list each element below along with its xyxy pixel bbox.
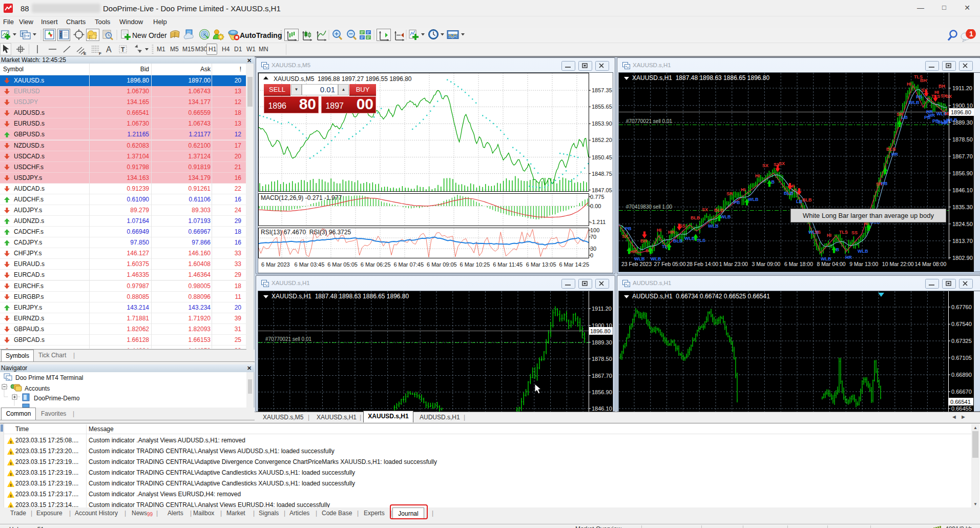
svg-text:SS: SS [815,230,821,235]
svg-text:PB: PB [916,94,923,99]
svg-text:0.66890: 0.66890 [951,372,972,378]
svg-text:WLB: WLB [684,236,695,241]
svg-text:AUDUSD.s,H1 0.66734 0.66742 0: AUDUSD.s,H1 0.66734 0.66742 0.66525 0.66… [632,293,770,300]
svg-text:HR: HR [630,249,637,254]
svg-text:6 Mar 07:45: 6 Mar 07:45 [393,261,424,268]
svg-text:F: F [99,51,101,56]
svg-text:27 Feb 05:00: 27 Feb 05:00 [654,261,686,267]
svg-text:#70770021 sell 0.01: #70770021 sell 0.01 [265,336,312,342]
svg-text:1896.80: 1896.80 [590,328,611,334]
svg-text:PB: PB [625,226,632,231]
svg-text:SR: SR [726,191,733,196]
svg-text:6 Mar 18:00: 6 Mar 18:00 [784,261,813,267]
svg-text:0.67105: 0.67105 [951,355,972,361]
svg-text:1802.90: 1802.90 [952,255,973,261]
svg-text:HI: HI [934,90,939,95]
svg-text:6 Mar 05:05: 6 Mar 05:05 [327,261,358,268]
svg-text:30: 30 [590,246,596,252]
svg-text:HR: HR [668,230,675,235]
svg-text:PB: PB [881,181,888,186]
svg-text:E: E [84,51,87,56]
svg-text:XAUUSD.s,H1 1887.48 1898.63 1: XAUUSD.s,H1 1887.48 1898.63 1886.65 1896… [632,74,770,82]
svg-text:TLS: TLS [697,238,705,243]
svg-text:Accounts: Accounts [25,385,50,392]
svg-text:BLB: BLB [784,191,794,196]
svg-text:1824.50: 1824.50 [952,221,973,227]
svg-text:14 Mar 08:00: 14 Mar 08:00 [914,261,946,267]
svg-text:1900.10: 1900.10 [952,103,973,109]
svg-text:1 Mar 23:00: 1 Mar 23:00 [719,261,748,267]
svg-text:6 Mar 03:45: 6 Mar 03:45 [295,261,325,268]
svg-text:70: 70 [590,234,596,240]
svg-text:BLB: BLB [714,208,724,213]
svg-text:1878.50: 1878.50 [952,136,973,143]
svg-text:WLB: WLB [720,214,731,219]
svg-text:#70770021 sell 0.01: #70770021 sell 0.01 [626,118,673,124]
svg-text:1878.50: 1878.50 [592,356,612,362]
svg-text:6 Mar 10:25: 6 Mar 10:25 [460,261,490,268]
svg-text:0.66455: 0.66455 [951,405,972,412]
svg-text:6 Mar 2023: 6 Mar 2023 [261,261,290,268]
svg-text:T: T [121,46,125,53]
svg-text:6 Mar 11:45: 6 Mar 11:45 [493,261,523,268]
svg-text:1857.35: 1857.35 [592,87,612,93]
svg-text:BH: BH [640,238,647,243]
svg-text:1889.30: 1889.30 [592,339,612,346]
svg-text:HI: HI [907,82,911,87]
svg-text:1: 1 [969,30,973,38]
svg-text:0.66670: 0.66670 [951,389,972,395]
svg-text:1846.10: 1846.10 [952,187,973,193]
svg-text:0.67540: 0.67540 [951,321,972,327]
svg-text:SX: SX [622,234,628,239]
svg-text:RSI(13) 67.4670 RSI(3) 96.372: RSI(13) 67.4670 RSI(3) 96.3725 [261,229,351,236]
svg-text:HR: HR [845,255,852,260]
svg-text:BH: BH [939,84,945,89]
svg-text:100: 100 [590,227,599,233]
svg-text:DooPrime-Demo: DooPrime-Demo [34,395,80,402]
svg-text:XAUUSD.s,M5 1896.88 1897.27 1: XAUUSD.s,M5 1896.88 1897.27 1896.55 1896… [274,75,412,83]
svg-text:1850.45: 1850.45 [592,154,612,160]
svg-text:HR: HR [891,152,898,157]
svg-text:#70419830 sell 1.00: #70419830 sell 1.00 [626,204,673,210]
svg-text:XAUUSD.s,H1 1887.48 1898.63 1: XAUUSD.s,H1 1887.48 1898.63 1886.65 1896… [272,293,409,300]
svg-text:1867.70: 1867.70 [952,153,973,159]
svg-text:1856.90: 1856.90 [592,389,612,395]
svg-text:BLB: BLB [886,147,896,152]
svg-text:0.00: 0.00 [590,203,601,209]
svg-text:9 Mar 13:00: 9 Mar 13:00 [849,261,878,267]
svg-text:HI: HI [945,111,949,116]
svg-text:Doo Prime MT4 Terminal: Doo Prime MT4 Terminal [15,374,83,381]
svg-text:WLB: WLB [909,100,920,105]
svg-text:SX: SX [779,161,785,166]
svg-text:LB: LB [796,199,802,204]
svg-text:1896.80: 1896.80 [951,109,971,115]
svg-text:1889.30: 1889.30 [952,119,973,126]
svg-text:-1.211: -1.211 [590,219,606,225]
svg-text:PB: PB [734,200,740,205]
svg-text:TLS: TLS [839,230,848,235]
svg-text:HI: HI [657,228,661,233]
svg-text:TLS: TLS [914,74,923,79]
svg-text:1835.30: 1835.30 [952,204,973,210]
svg-text:BLB: BLB [802,197,812,202]
svg-text:28 Feb 14:00: 28 Feb 14:00 [686,261,718,267]
svg-text:HI: HI [741,187,745,192]
svg-text:1813.70: 1813.70 [952,238,973,244]
svg-text:LB: LB [902,115,908,120]
svg-text:BLB: BLB [673,238,683,243]
svg-text:WLB: WLB [748,197,759,202]
svg-text:HI: HI [755,173,760,178]
svg-text:3 Mar 09:00: 3 Mar 09:00 [752,261,780,267]
svg-text:WLB: WLB [858,249,868,254]
svg-text:1848.75: 1848.75 [592,171,612,177]
svg-text:WLB: WLB [708,224,719,229]
svg-text:0.775: 0.775 [590,194,604,200]
svg-text:1911.20: 1911.20 [952,85,972,91]
svg-text:MACD(12,26,9) -0.271 -1.977: MACD(12,26,9) -0.271 -1.977 [261,194,342,201]
svg-text:0.67760: 0.67760 [951,304,972,310]
svg-text:1911.20: 1911.20 [592,306,612,312]
svg-text:HI: HI [827,233,831,238]
svg-text:HR: HR [928,113,935,118]
svg-text:1855.65: 1855.65 [592,104,612,110]
svg-text:0.66541: 0.66541 [950,399,971,405]
